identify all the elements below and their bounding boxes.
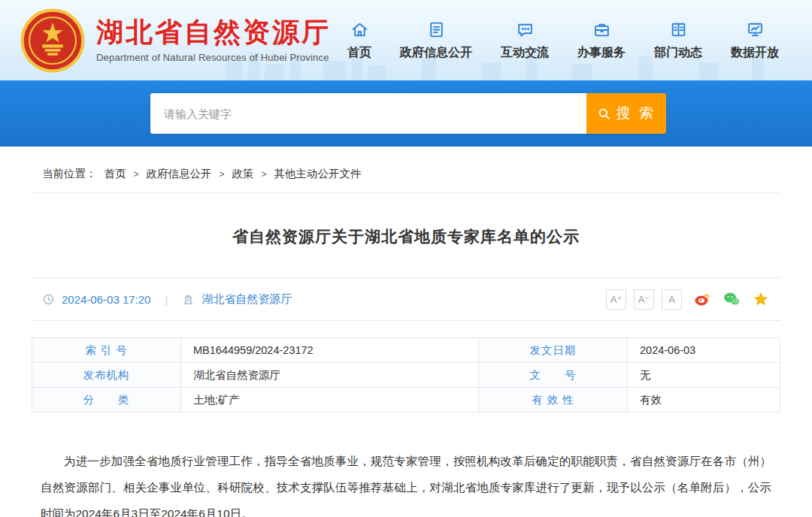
info-label-document-number: 文 号 [479,363,628,388]
font-larger-button[interactable]: A⁺ [606,289,626,310]
article-meta-row: 2024-06-03 17:20 | 湖北省自然资源厅 A⁺ A⁻ A [32,277,780,321]
article-body: 为进一步加强全省地质行业管理工作，指导全省地质事业，规范专家管理，按照机构改革后… [41,449,771,517]
breadcrumb-separator: > [262,169,267,180]
document-icon [427,20,446,40]
article-meta-right: A⁺ A⁻ A [606,289,770,310]
chat-icon [516,20,535,40]
site-title-block: 湖北省自然资源厅 Department of Natural Resources… [96,17,331,64]
breadcrumb: 当前位置： 首页 > 政府信息公开 > 政策 > 其他主动公开文件 [32,147,780,193]
font-reset-button[interactable]: A [662,289,682,310]
info-value-category: 土地;矿产 [181,388,479,413]
search-input[interactable] [150,93,586,134]
nav-label: 政府信息公开 [400,45,472,61]
site-title: 湖北省自然资源厅 [96,17,331,47]
meta-divider: | [165,293,168,306]
main-nav: 首页 政府信息公开 互动交流 办事服务 [347,20,812,61]
article-title: 省自然资源厅关于湖北省地质专家库名单的公示 [32,226,780,247]
info-label-issuing-agency: 发布机构 [32,363,181,388]
building-icon [182,293,195,306]
nav-label: 部门动态 [654,45,702,61]
page: 湖北省自然资源厅 Department of Natural Resources… [0,0,812,517]
font-smaller-button[interactable]: A⁻ [634,289,654,310]
nav-item-services[interactable]: 办事服务 [577,20,626,61]
article-date: 2024-06-03 17:20 [62,293,150,306]
nav-item-department-news[interactable]: 部门动态 [654,20,702,61]
site-logo[interactable] [20,8,86,74]
monitor-chart-icon [746,20,765,40]
breadcrumb-item-policy[interactable]: 政策 [232,167,254,181]
info-label-index-number: 索 引 号 [32,338,181,363]
breadcrumb-item-gov-info[interactable]: 政府信息公开 [147,167,212,181]
nav-label: 办事服务 [577,45,626,61]
article-meta-left: 2024-06-03 17:20 | 湖北省自然资源厅 [42,292,292,307]
info-value-issuing-agency: 湖北省自然资源厅 [181,363,479,388]
info-value-issue-date: 2024-06-03 [628,338,780,363]
breadcrumb-item-other-docs[interactable]: 其他主动公开文件 [274,167,362,181]
table-row: 发布机构 湖北省自然资源厅 文 号 无 [32,363,780,388]
search-box: 搜 索 [150,93,666,134]
home-icon [350,20,369,40]
content: 当前位置： 首页 > 政府信息公开 > 政策 > 其他主动公开文件 省自然资源厅… [0,147,812,517]
table-row: 分 类 土地;矿产 有 效 性 有效 [32,388,780,413]
info-label-category: 分 类 [32,388,181,413]
briefcase-icon [592,20,611,40]
document-info-table: 索 引 号 MB1644959/2024-23172 发文日期 2024-06-… [32,337,780,413]
search-band: 搜 索 [0,80,812,147]
table-row: 索 引 号 MB1644959/2024-23172 发文日期 2024-06-… [32,338,780,363]
site-header: 湖北省自然资源厅 Department of Natural Resources… [0,0,812,80]
search-button[interactable]: 搜 索 [586,93,666,134]
info-value-validity: 有效 [628,388,780,413]
wechat-share-icon[interactable] [722,290,741,309]
national-emblem-icon [20,8,85,73]
weibo-share-icon[interactable] [692,290,711,309]
nav-item-home[interactable]: 首页 [347,20,371,61]
nav-label: 数据开放 [731,45,779,61]
info-label-issue-date: 发文日期 [479,338,628,363]
breadcrumb-separator: > [220,169,225,180]
breadcrumb-separator: > [134,169,139,180]
favorite-star-icon[interactable] [751,290,770,309]
nav-item-interaction[interactable]: 互动交流 [501,20,549,61]
nav-item-gov-info[interactable]: 政府信息公开 [400,20,472,61]
breadcrumb-item-home[interactable]: 首页 [105,167,126,181]
search-icon [597,107,611,121]
nav-item-open-data[interactable]: 数据开放 [731,20,779,61]
clock-icon [42,293,55,306]
article-source: 湖北省自然资源厅 [201,292,292,307]
info-label-validity: 有 效 性 [479,388,628,413]
info-value-document-number: 无 [628,363,780,388]
search-button-label: 搜 索 [617,104,656,123]
nav-label: 首页 [347,45,371,61]
newspaper-icon [669,20,688,40]
nav-label: 互动交流 [501,45,549,61]
site-subtitle: Department of Natural Resources of Hubei… [96,52,331,63]
breadcrumb-label: 当前位置： [42,167,97,181]
info-value-index-number: MB1644959/2024-23172 [181,338,479,363]
